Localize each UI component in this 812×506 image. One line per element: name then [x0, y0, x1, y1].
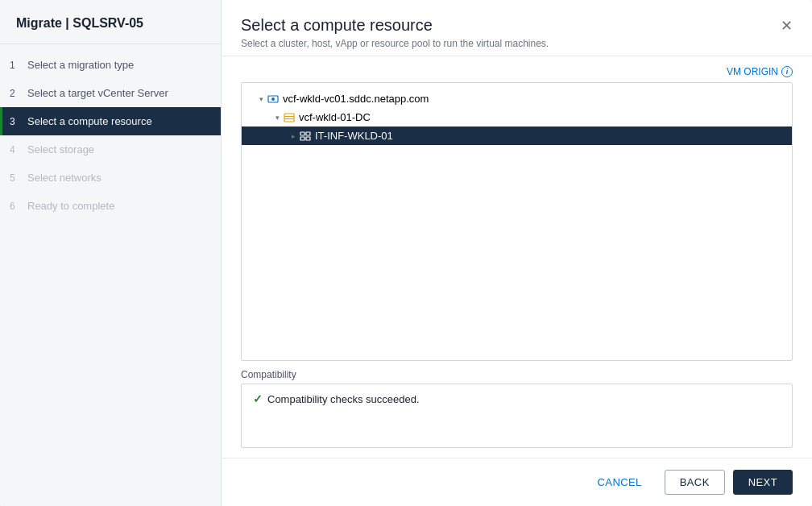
migrate-dialog: Migrate | SQLSRV-05 1Select a migration …	[0, 0, 812, 506]
cluster-icon	[300, 131, 311, 142]
svg-rect-6	[306, 132, 310, 135]
sidebar-step-2[interactable]: 2Select a target vCenter Server	[0, 79, 221, 107]
step-num: 1	[10, 60, 21, 71]
main-header: Select a compute resource ✕ Select a clu…	[222, 0, 812, 56]
steps-list: 1Select a migration type2Select a target…	[0, 44, 221, 226]
main-footer: CANCEL BACK NEXT	[222, 458, 812, 506]
info-icon[interactable]: i	[781, 66, 793, 77]
main-panel: Select a compute resource ✕ Select a clu…	[222, 0, 812, 506]
step-num: 4	[10, 144, 21, 156]
page-title: Select a compute resource	[241, 16, 433, 35]
svg-point-1	[271, 97, 275, 101]
tree-node-dc[interactable]: ▾ vcf-wkld-01-DC	[242, 108, 792, 126]
tree-expand-icon[interactable]: ▸	[287, 132, 300, 140]
sidebar-step-6: 6Ready to complete	[0, 192, 221, 220]
vm-origin-bar: VM ORIGIN i	[241, 66, 793, 77]
svg-rect-5	[300, 132, 304, 135]
step-label: Select a target vCenter Server	[27, 87, 168, 99]
vcenter-icon	[267, 93, 279, 105]
datacenter-icon	[284, 112, 295, 123]
main-title-row: Select a compute resource ✕	[241, 16, 793, 35]
tree-label: IT-INF-WKLD-01	[315, 130, 393, 142]
back-button[interactable]: BACK	[665, 470, 725, 495]
compat-text: Compatibility checks succeeded.	[267, 393, 420, 405]
tree-label: vcf-wkld-01-DC	[299, 111, 371, 123]
step-label: Select a migration type	[27, 59, 134, 71]
close-button[interactable]: ✕	[781, 19, 793, 33]
step-label: Ready to complete	[27, 200, 114, 212]
svg-rect-7	[300, 137, 304, 140]
sidebar-step-5: 5Select networks	[0, 164, 221, 192]
tree-panel[interactable]: ▾ vcf-wkld-vc01.sddc.netapp.com ▾ vcf-wk…	[241, 82, 793, 361]
tree-expand-icon[interactable]: ▾	[271, 114, 284, 122]
tree-node-vcenter[interactable]: ▾ vcf-wkld-vc01.sddc.netapp.com	[242, 89, 792, 108]
step-label: Select storage	[27, 143, 94, 156]
step-label: Select a compute resource	[27, 115, 152, 127]
compatibility-message: ✓ Compatibility checks succeeded.	[253, 392, 781, 405]
dialog-title: Migrate | SQLSRV-05	[0, 0, 221, 44]
step-num: 5	[10, 172, 21, 184]
svg-rect-8	[306, 137, 310, 140]
vm-origin-link[interactable]: VM ORIGIN i	[727, 66, 793, 77]
tree-node-cluster[interactable]: ▸ IT-INF-WKLD-01	[242, 126, 792, 145]
main-body: VM ORIGIN i ▾ vcf-wkld-vc01.sddc.netapp.…	[222, 56, 812, 458]
step-num: 3	[10, 116, 21, 127]
tree-expand-icon[interactable]: ▾	[255, 95, 267, 103]
compatibility-section: Compatibility ✓ Compatibility checks suc…	[241, 369, 793, 448]
next-button[interactable]: NEXT	[733, 470, 793, 495]
tree-label: vcf-wkld-vc01.sddc.netapp.com	[283, 93, 429, 105]
compatibility-label: Compatibility	[241, 369, 793, 380]
sidebar-step-3[interactable]: 3Select a compute resource	[0, 107, 221, 135]
step-num: 2	[10, 88, 21, 99]
sidebar-step-1[interactable]: 1Select a migration type	[0, 51, 221, 79]
sidebar-step-4: 4Select storage	[0, 135, 221, 164]
svg-rect-2	[284, 114, 294, 122]
page-subtitle: Select a cluster, host, vApp or resource…	[241, 38, 793, 49]
vm-origin-label: VM ORIGIN	[727, 66, 778, 77]
check-icon: ✓	[253, 392, 263, 405]
step-num: 6	[10, 201, 21, 212]
sidebar: Migrate | SQLSRV-05 1Select a migration …	[0, 0, 222, 506]
compatibility-box: ✓ Compatibility checks succeeded.	[241, 384, 793, 448]
cancel-button[interactable]: CANCEL	[583, 471, 657, 494]
step-label: Select networks	[27, 172, 102, 184]
